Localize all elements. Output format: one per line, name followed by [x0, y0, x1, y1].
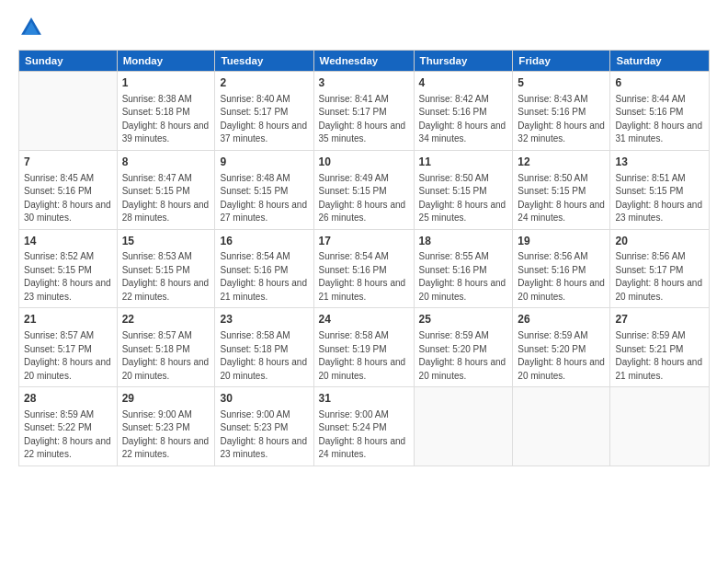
calendar-week-4: 28Sunrise: 8:59 AMSunset: 5:22 PMDayligh…: [19, 387, 710, 466]
day-info: Sunrise: 8:50 AMSunset: 5:15 PMDaylight:…: [419, 172, 508, 225]
calendar-header-wednesday: Wednesday: [313, 51, 414, 72]
logo-icon: [18, 15, 44, 40]
day-info: Sunrise: 8:59 AMSunset: 5:21 PMDaylight:…: [615, 329, 704, 383]
day-info: Sunrise: 8:41 AMSunset: 5:17 PMDaylight:…: [319, 93, 409, 146]
calendar-cell: 27Sunrise: 8:59 AMSunset: 5:21 PMDayligh…: [610, 308, 710, 387]
day-number: 29: [122, 391, 210, 407]
calendar-cell: [610, 387, 710, 466]
day-info: Sunrise: 8:53 AMSunset: 5:15 PMDaylight:…: [122, 250, 210, 304]
day-number: 20: [615, 234, 704, 249]
calendar-week-2: 14Sunrise: 8:52 AMSunset: 5:15 PMDayligh…: [19, 229, 710, 308]
calendar-cell: [19, 72, 118, 151]
day-number: 25: [419, 312, 508, 327]
calendar-cell: 8Sunrise: 8:47 AMSunset: 5:15 PMDaylight…: [117, 150, 215, 229]
calendar-week-0: 1Sunrise: 8:38 AMSunset: 5:18 PMDaylight…: [19, 72, 710, 151]
day-number: 27: [615, 312, 704, 327]
calendar-header-monday: Monday: [117, 51, 215, 72]
day-info: Sunrise: 8:56 AMSunset: 5:16 PMDaylight:…: [518, 250, 605, 304]
calendar-cell: 12Sunrise: 8:50 AMSunset: 5:15 PMDayligh…: [513, 150, 610, 229]
calendar-cell: 16Sunrise: 8:54 AMSunset: 5:16 PMDayligh…: [215, 229, 313, 308]
day-info: Sunrise: 8:55 AMSunset: 5:16 PMDaylight:…: [419, 250, 508, 304]
calendar-cell: 20Sunrise: 8:56 AMSunset: 5:17 PMDayligh…: [610, 229, 710, 308]
calendar-cell: 10Sunrise: 8:49 AMSunset: 5:15 PMDayligh…: [313, 150, 414, 229]
calendar-cell: 1Sunrise: 8:38 AMSunset: 5:18 PMDaylight…: [117, 72, 215, 151]
calendar-week-1: 7Sunrise: 8:45 AMSunset: 5:16 PMDaylight…: [19, 150, 710, 229]
day-info: Sunrise: 8:38 AMSunset: 5:18 PMDaylight:…: [122, 93, 210, 146]
day-info: Sunrise: 8:45 AMSunset: 5:16 PMDaylight:…: [24, 172, 112, 225]
day-info: Sunrise: 8:58 AMSunset: 5:19 PMDaylight:…: [319, 329, 409, 383]
day-number: 5: [518, 75, 605, 91]
calendar-header-row: SundayMondayTuesdayWednesdayThursdayFrid…: [19, 51, 710, 72]
day-info: Sunrise: 8:54 AMSunset: 5:16 PMDaylight:…: [319, 250, 409, 304]
day-number: 10: [319, 155, 409, 170]
day-number: 13: [615, 155, 704, 170]
calendar-table: SundayMondayTuesdayWednesdayThursdayFrid…: [18, 50, 710, 466]
day-number: 8: [122, 155, 210, 170]
calendar-cell: 7Sunrise: 8:45 AMSunset: 5:16 PMDaylight…: [19, 150, 118, 229]
day-info: Sunrise: 8:54 AMSunset: 5:16 PMDaylight:…: [220, 250, 308, 304]
calendar-cell: 22Sunrise: 8:57 AMSunset: 5:18 PMDayligh…: [117, 308, 215, 387]
calendar-cell: [414, 387, 513, 466]
day-number: 21: [24, 312, 112, 327]
day-number: 3: [319, 75, 409, 91]
day-info: Sunrise: 8:52 AMSunset: 5:15 PMDaylight:…: [24, 250, 112, 304]
day-number: 22: [122, 312, 210, 327]
day-number: 4: [419, 75, 508, 91]
calendar-cell: 3Sunrise: 8:41 AMSunset: 5:17 PMDaylight…: [313, 72, 414, 151]
calendar-cell: 18Sunrise: 8:55 AMSunset: 5:16 PMDayligh…: [414, 229, 513, 308]
day-number: 6: [615, 75, 704, 91]
day-info: Sunrise: 8:57 AMSunset: 5:17 PMDaylight:…: [24, 329, 112, 383]
day-info: Sunrise: 8:59 AMSunset: 5:22 PMDaylight:…: [24, 408, 112, 462]
day-number: 17: [319, 234, 409, 249]
calendar-cell: 26Sunrise: 8:59 AMSunset: 5:20 PMDayligh…: [513, 308, 610, 387]
day-number: 7: [24, 155, 112, 170]
day-info: Sunrise: 8:43 AMSunset: 5:16 PMDaylight:…: [518, 93, 605, 146]
day-info: Sunrise: 9:00 AMSunset: 5:24 PMDaylight:…: [319, 408, 409, 462]
day-info: Sunrise: 9:00 AMSunset: 5:23 PMDaylight:…: [122, 408, 210, 462]
day-info: Sunrise: 8:51 AMSunset: 5:15 PMDaylight:…: [615, 172, 704, 225]
calendar-cell: 11Sunrise: 8:50 AMSunset: 5:15 PMDayligh…: [414, 150, 513, 229]
day-info: Sunrise: 8:44 AMSunset: 5:16 PMDaylight:…: [615, 93, 704, 146]
day-info: Sunrise: 8:40 AMSunset: 5:17 PMDaylight:…: [220, 93, 308, 146]
day-info: Sunrise: 8:50 AMSunset: 5:15 PMDaylight:…: [518, 172, 605, 225]
calendar-cell: 30Sunrise: 9:00 AMSunset: 5:23 PMDayligh…: [215, 387, 313, 466]
day-number: 11: [419, 155, 508, 170]
day-info: Sunrise: 8:57 AMSunset: 5:18 PMDaylight:…: [122, 329, 210, 383]
day-info: Sunrise: 8:59 AMSunset: 5:20 PMDaylight:…: [518, 329, 605, 383]
day-number: 14: [24, 234, 112, 249]
day-info: Sunrise: 8:58 AMSunset: 5:18 PMDaylight:…: [220, 329, 308, 383]
day-number: 15: [122, 234, 210, 249]
day-info: Sunrise: 8:48 AMSunset: 5:15 PMDaylight:…: [220, 172, 308, 225]
day-number: 18: [419, 234, 508, 249]
day-info: Sunrise: 8:47 AMSunset: 5:15 PMDaylight:…: [122, 172, 210, 225]
calendar-header-sunday: Sunday: [19, 51, 118, 72]
day-number: 30: [220, 391, 308, 407]
calendar-cell: 14Sunrise: 8:52 AMSunset: 5:15 PMDayligh…: [19, 229, 118, 308]
calendar-cell: 13Sunrise: 8:51 AMSunset: 5:15 PMDayligh…: [610, 150, 710, 229]
calendar-cell: 17Sunrise: 8:54 AMSunset: 5:16 PMDayligh…: [313, 229, 414, 308]
day-number: 2: [220, 75, 308, 91]
day-info: Sunrise: 8:42 AMSunset: 5:16 PMDaylight:…: [419, 93, 508, 146]
calendar-cell: 5Sunrise: 8:43 AMSunset: 5:16 PMDaylight…: [513, 72, 610, 151]
header: [18, 15, 710, 40]
day-number: 28: [24, 391, 112, 407]
calendar-cell: 24Sunrise: 8:58 AMSunset: 5:19 PMDayligh…: [313, 308, 414, 387]
calendar-cell: 2Sunrise: 8:40 AMSunset: 5:17 PMDaylight…: [215, 72, 313, 151]
calendar-header-thursday: Thursday: [414, 51, 513, 72]
calendar-cell: 25Sunrise: 8:59 AMSunset: 5:20 PMDayligh…: [414, 308, 513, 387]
calendar-cell: 23Sunrise: 8:58 AMSunset: 5:18 PMDayligh…: [215, 308, 313, 387]
day-info: Sunrise: 8:59 AMSunset: 5:20 PMDaylight:…: [419, 329, 508, 383]
calendar-cell: 31Sunrise: 9:00 AMSunset: 5:24 PMDayligh…: [313, 387, 414, 466]
calendar-cell: 15Sunrise: 8:53 AMSunset: 5:15 PMDayligh…: [117, 229, 215, 308]
day-number: 23: [220, 312, 308, 327]
day-number: 24: [319, 312, 409, 327]
calendar-cell: 29Sunrise: 9:00 AMSunset: 5:23 PMDayligh…: [117, 387, 215, 466]
calendar-week-3: 21Sunrise: 8:57 AMSunset: 5:17 PMDayligh…: [19, 308, 710, 387]
day-number: 31: [319, 391, 409, 407]
calendar-header-saturday: Saturday: [610, 51, 710, 72]
day-info: Sunrise: 9:00 AMSunset: 5:23 PMDaylight:…: [220, 408, 308, 462]
page: SundayMondayTuesdayWednesdayThursdayFrid…: [0, 0, 728, 563]
day-info: Sunrise: 8:49 AMSunset: 5:15 PMDaylight:…: [319, 172, 409, 225]
calendar-header-tuesday: Tuesday: [215, 51, 313, 72]
calendar-cell: 4Sunrise: 8:42 AMSunset: 5:16 PMDaylight…: [414, 72, 513, 151]
